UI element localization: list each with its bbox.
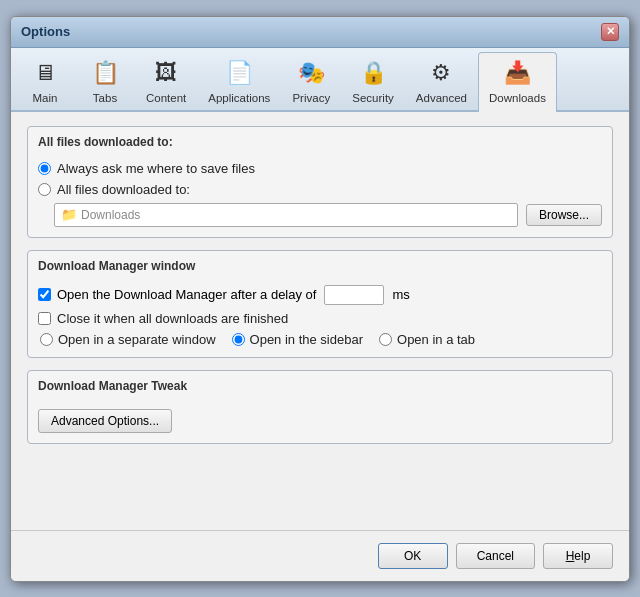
ask-me-row: Always ask me where to save files <box>38 161 602 176</box>
open-sidebar-option: Open in the sidebar <box>232 332 363 347</box>
close-when-done-label[interactable]: Close it when all downloads are finished <box>57 311 288 326</box>
open-separate-option: Open in a separate window <box>40 332 216 347</box>
applications-icon: 📄 <box>223 57 255 89</box>
toolbar: 🖥 Main 📋 Tabs 🖼 Content 📄 Applications 🎭… <box>11 48 629 112</box>
window-title: Options <box>21 24 70 39</box>
advanced-options-button[interactable]: Advanced Options... <box>38 409 172 433</box>
all-files-radio[interactable] <box>38 183 51 196</box>
delay-label-pre: Open the Download Manager after a delay … <box>57 287 316 302</box>
delay-input[interactable] <box>324 285 384 305</box>
bottom-bar: OK Cancel Help <box>11 530 629 581</box>
path-value: Downloads <box>81 208 140 222</box>
tab-tabs[interactable]: 📋 Tabs <box>75 52 135 110</box>
ask-me-radio[interactable] <box>38 162 51 175</box>
files-section: All files downloaded to: Always ask me w… <box>27 126 613 238</box>
tab-security[interactable]: 🔒 Security <box>341 52 405 110</box>
manager-section-title: Download Manager window <box>28 251 612 273</box>
main-content: All files downloaded to: Always ask me w… <box>11 112 629 470</box>
open-sidebar-radio[interactable] <box>232 333 245 346</box>
manager-section: Download Manager window Open the Downloa… <box>27 250 613 358</box>
delay-row: Open the Download Manager after a delay … <box>38 285 602 305</box>
tweak-section: Download Manager Tweak Advanced Options.… <box>27 370 613 444</box>
open-options-row: Open in a separate window Open in the si… <box>38 332 602 347</box>
options-window: Options ✕ 🖥 Main 📋 Tabs 🖼 Content 📄 Appl… <box>10 16 630 582</box>
open-tab-radio[interactable] <box>379 333 392 346</box>
privacy-icon: 🎭 <box>295 57 327 89</box>
tab-downloads[interactable]: 📥 Downloads <box>478 52 557 112</box>
manager-section-content: Open the Download Manager after a delay … <box>28 281 612 357</box>
tab-applications[interactable]: 📄 Applications <box>197 52 281 110</box>
tab-security-label: Security <box>352 92 394 104</box>
path-input[interactable]: 📁 Downloads <box>54 203 518 227</box>
tab-main-label: Main <box>33 92 58 104</box>
cancel-button[interactable]: Cancel <box>456 543 535 569</box>
all-files-row: All files downloaded to: <box>38 182 602 197</box>
all-files-label[interactable]: All files downloaded to: <box>57 182 190 197</box>
tab-content[interactable]: 🖼 Content <box>135 52 197 110</box>
tab-advanced-label: Advanced <box>416 92 467 104</box>
tab-main[interactable]: 🖥 Main <box>15 52 75 110</box>
security-icon: 🔒 <box>357 57 389 89</box>
tab-content-label: Content <box>146 92 186 104</box>
tab-tabs-label: Tabs <box>93 92 117 104</box>
tweak-section-content: Advanced Options... <box>28 401 612 443</box>
ask-me-label[interactable]: Always ask me where to save files <box>57 161 255 176</box>
files-section-content: Always ask me where to save files All fi… <box>28 157 612 237</box>
title-bar: Options ✕ <box>11 17 629 48</box>
tab-downloads-label: Downloads <box>489 92 546 104</box>
help-button[interactable]: Help <box>543 543 613 569</box>
close-when-done-checkbox[interactable] <box>38 312 51 325</box>
files-section-title: All files downloaded to: <box>28 127 612 149</box>
folder-icon: 📁 <box>61 207 77 222</box>
content-spacer <box>11 470 629 530</box>
open-tab-label[interactable]: Open in a tab <box>397 332 475 347</box>
open-separate-label[interactable]: Open in a separate window <box>58 332 216 347</box>
close-button[interactable]: ✕ <box>601 23 619 41</box>
tab-advanced[interactable]: ⚙ Advanced <box>405 52 478 110</box>
delay-label-post: ms <box>392 287 409 302</box>
close-when-done-row: Close it when all downloads are finished <box>38 311 602 326</box>
browse-row: 📁 Downloads Browse... <box>38 203 602 227</box>
open-tab-option: Open in a tab <box>379 332 475 347</box>
tab-applications-label: Applications <box>208 92 270 104</box>
browse-button[interactable]: Browse... <box>526 204 602 226</box>
open-manager-checkbox[interactable] <box>38 288 51 301</box>
tabs-icon: 📋 <box>89 57 121 89</box>
open-sidebar-label[interactable]: Open in the sidebar <box>250 332 363 347</box>
tweak-section-title: Download Manager Tweak <box>28 371 612 393</box>
content-icon: 🖼 <box>150 57 182 89</box>
downloads-icon: 📥 <box>501 57 533 89</box>
tab-privacy-label: Privacy <box>292 92 330 104</box>
main-icon: 🖥 <box>29 57 61 89</box>
open-separate-radio[interactable] <box>40 333 53 346</box>
ok-button[interactable]: OK <box>378 543 448 569</box>
tab-privacy[interactable]: 🎭 Privacy <box>281 52 341 110</box>
advanced-icon: ⚙ <box>425 57 457 89</box>
